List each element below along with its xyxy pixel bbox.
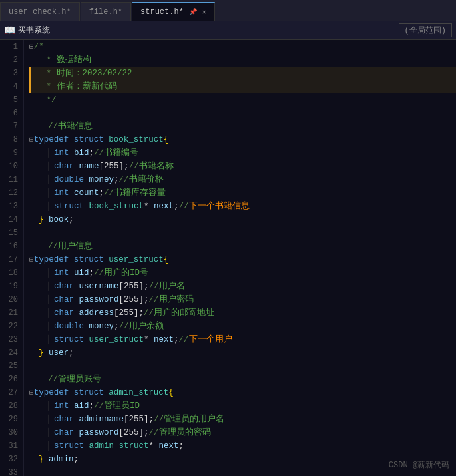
toolbar: 📖 买书系统 (全局范围) (0, 21, 456, 40)
ln-2: 2 (3, 53, 18, 67)
code-line-21: ││char address[255];//用户的邮寄地址 (29, 306, 456, 320)
code-line-12: ││int count;//书籍库存容量 (29, 186, 456, 200)
code-line-19: ││char username[255];//用户名 (29, 280, 456, 293)
fold-icon-17[interactable]: ⊟ (29, 253, 34, 266)
code-line-8: ⊟typedef struct book_struct{ (29, 133, 456, 146)
code-line-27: ⊟typedef struct admin_struct{ (29, 386, 456, 399)
code-line-1: ⊟/* (29, 40, 456, 53)
ln-13: 13 (3, 200, 18, 213)
ln-17: 17 (3, 253, 18, 266)
code-line-4: │* 作者：薪新代码 (29, 80, 456, 93)
code-line-9: ││int bid;//书籍编号 (29, 146, 456, 160)
code-line-10: ││char name[255];//书籍名称 (29, 160, 456, 173)
ln-15: 15 (3, 226, 18, 240)
code-line-16: //用户信息 (29, 240, 456, 253)
ln-5: 5 (3, 93, 18, 107)
ln-6: 6 (3, 107, 18, 120)
line-numbers: 1 2 3 4 5 6 7 8 9 10 11 12 13 14 15 16 1… (0, 40, 24, 476)
code-line-23: ││struct user_struct* next;//下一个用户 (29, 333, 456, 346)
ln-23: 23 (3, 333, 18, 346)
ln-10: 10 (3, 160, 18, 173)
code-line-20: ││char password[255];//用户密码 (29, 293, 456, 306)
code-line-2: │* 数据结构 (29, 53, 456, 67)
ln-16: 16 (3, 240, 18, 253)
fold-icon-1[interactable]: ⊟ (29, 40, 34, 53)
ln-27: 27 (3, 386, 18, 399)
tab-file-label: file.h* (89, 7, 122, 17)
ln-22: 22 (3, 320, 18, 333)
code-line-29: ││char adminname[255];//管理员的用户名 (29, 413, 456, 426)
ln-14: 14 (3, 213, 18, 226)
watermark: CSDN @薪新代码 (389, 459, 449, 471)
code-line-17: ⊟typedef struct user_struct{ (29, 253, 456, 266)
ln-12: 12 (3, 186, 18, 200)
code-line-25 (29, 359, 456, 373)
fold-icon-27[interactable]: ⊟ (29, 386, 34, 399)
editor[interactable]: 1 2 3 4 5 6 7 8 9 10 11 12 13 14 15 16 1… (0, 40, 456, 476)
ln-20: 20 (3, 293, 18, 306)
fold-icon-8[interactable]: ⊟ (29, 133, 34, 146)
ln-8: 8 (3, 133, 18, 146)
code-line-6 (29, 107, 456, 120)
code-line-14: } book; (29, 213, 456, 226)
code-line-22: ││double money;//用户余额 (29, 320, 456, 333)
ln-31: 31 (3, 439, 18, 453)
code-line-26: //管理员账号 (29, 373, 456, 386)
toolbar-scope: (全局范围) (399, 23, 452, 37)
code-line-30: ││char password[255];//管理员的密码 (29, 426, 456, 439)
tab-struct-pin-icon[interactable]: 📌 (189, 8, 197, 16)
ln-24: 24 (3, 346, 18, 359)
ln-9: 9 (3, 146, 18, 160)
code-line-28: ││int aid;//管理员ID (29, 399, 456, 413)
ln-26: 26 (3, 373, 18, 386)
tab-struct[interactable]: struct.h* 📌 ✕ (132, 2, 215, 21)
ln-3: 3 (3, 67, 18, 80)
code-line-24: } user; (29, 346, 456, 359)
ln-18: 18 (3, 266, 18, 280)
code-area[interactable]: ⊟/* │* 数据结构 │* 时间：2023/02/22 │* 作者：薪新代码 … (24, 40, 456, 476)
ln-32: 32 (3, 453, 18, 466)
code-line-7: //书籍信息 (29, 120, 456, 133)
tab-struct-label: struct.h* (140, 7, 184, 17)
ln-1: 1 (3, 40, 18, 53)
code-line-3: │* 时间：2023/02/22 (29, 67, 456, 80)
code-line-13: ││struct book_struct* next;//下一个书籍信息 (29, 200, 456, 213)
ln-25: 25 (3, 359, 18, 373)
code-line-31: ││struct admin_struct* next; (29, 439, 456, 453)
ln-7: 7 (3, 120, 18, 133)
code-line-5: │*/ (29, 93, 456, 107)
ln-29: 29 (3, 413, 18, 426)
tab-struct-close-icon[interactable]: ✕ (202, 8, 206, 16)
code-line-18: ││int uid;//用户的ID号 (29, 266, 456, 280)
code-line-15 (29, 226, 456, 240)
ln-11: 11 (3, 173, 18, 186)
ln-30: 30 (3, 426, 18, 439)
tab-bar: user_check.h* file.h* struct.h* 📌 ✕ (0, 0, 456, 21)
tab-user-check-label: user_check.h* (9, 7, 71, 17)
ln-28: 28 (3, 399, 18, 413)
ln-33: 33 (3, 466, 18, 476)
code-line-11: ││double money;//书籍价格 (29, 173, 456, 186)
ln-21: 21 (3, 306, 18, 320)
ln-4: 4 (3, 80, 18, 93)
toolbar-title: 买书系统 (18, 25, 399, 36)
tab-file[interactable]: file.h* (81, 2, 131, 21)
toolbar-book-icon: 📖 (4, 25, 15, 36)
ln-19: 19 (3, 280, 18, 293)
tab-user-check[interactable]: user_check.h* (0, 2, 80, 21)
